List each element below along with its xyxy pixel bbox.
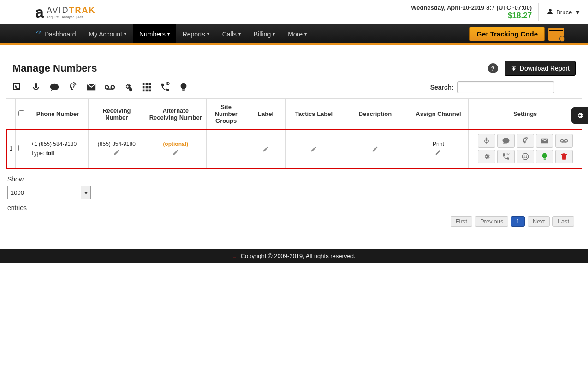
edit-icon[interactable] [372, 146, 378, 152]
search-label: Search: [430, 84, 454, 91]
user-icon [547, 8, 553, 16]
svg-rect-10 [143, 90, 145, 92]
footer-text: Copyright © 2009-2019, All rights reserv… [241, 253, 356, 259]
email-action-button[interactable] [536, 134, 553, 148]
svg-point-3 [129, 88, 132, 91]
edit-icon[interactable] [172, 149, 179, 156]
get-tracking-code-button[interactable]: Get Tracking Code [469, 27, 545, 41]
show-label: Show [7, 175, 582, 183]
assign-channel-value: Print [411, 141, 465, 147]
keypad-icon[interactable] [142, 82, 152, 92]
ear-icon[interactable] [68, 82, 78, 92]
nav-item-calls[interactable]: Calls▾ [216, 24, 247, 43]
svg-text:ID: ID [506, 152, 510, 155]
svg-point-20 [526, 155, 527, 156]
home-window-icon[interactable] [548, 28, 564, 41]
whisper-action-button[interactable] [517, 134, 534, 148]
row-index: 1 [6, 129, 16, 169]
mail-icon[interactable] [86, 82, 96, 92]
dashboard-icon [35, 30, 42, 38]
table-row: 1 +1 (855) 584-9180 Type: toll (855) 854… [6, 129, 582, 169]
edit-icon[interactable] [435, 149, 441, 156]
svg-rect-12 [149, 90, 151, 92]
column-header: Label [246, 99, 285, 129]
manage-numbers-panel: Manage Numbers ? Download Report [6, 54, 582, 169]
delete-action-button[interactable] [555, 150, 573, 163]
page-button-next[interactable]: Next [528, 216, 550, 227]
user-menu[interactable]: Bruce ▼ [538, 3, 581, 21]
nav-item-numbers[interactable]: Numbers▾ [133, 24, 176, 43]
logo[interactable]: a AVIDTRAK Acquire | Analyze | Act [35, 4, 96, 20]
chevron-down-icon: ▾ [238, 31, 241, 36]
voicemail-action-button[interactable] [555, 134, 573, 148]
svg-text:ID: ID [166, 82, 170, 86]
datetime-display: Wednesday, April-10-2019 8:7 (UTC -07:00… [411, 4, 532, 11]
alternate-number-placeholder: (optional) [148, 141, 203, 147]
settings-action-button[interactable] [478, 150, 495, 163]
side-settings-button[interactable] [571, 107, 588, 124]
nav-label: Reports [183, 30, 205, 38]
nav-label: My Account [89, 30, 122, 38]
nav-item-reports[interactable]: Reports▾ [176, 24, 216, 43]
row-checkbox[interactable] [18, 145, 24, 151]
page-button-previous[interactable]: Previous [475, 216, 509, 227]
svg-rect-4 [143, 83, 145, 85]
download-report-label: Download Report [520, 65, 570, 72]
column-header: Settings [469, 99, 582, 129]
logo-tagline: Acquire | Analyze | Act [47, 15, 96, 18]
page-button-last[interactable]: Last [552, 216, 574, 227]
page-size-value[interactable]: 1000 [7, 186, 78, 199]
nav-label: Calls [222, 30, 237, 38]
chevron-down-icon: ▾ [304, 31, 307, 36]
column-header: Phone Number [27, 99, 89, 129]
page-title: Manage Numbers [12, 62, 97, 74]
toolbar: ID [12, 82, 189, 92]
chevron-down-icon: ▾ [273, 31, 275, 36]
search-input[interactable] [457, 81, 554, 93]
column-header: Assign Channel [408, 99, 469, 129]
gears-icon[interactable] [123, 82, 133, 92]
logo-text-accent: TRAK [69, 6, 96, 15]
svg-rect-11 [146, 90, 148, 92]
column-header: Site Number Groups [206, 99, 246, 129]
spam-action-button[interactable] [517, 150, 534, 163]
voicemail-icon[interactable] [105, 82, 115, 92]
nav-item-my-account[interactable]: My Account▾ [83, 24, 133, 43]
nav-label: Numbers [139, 30, 166, 38]
help-icon[interactable]: ? [488, 63, 498, 73]
nav-item-billing[interactable]: Billing▾ [247, 24, 281, 43]
idea-action-button[interactable] [536, 150, 553, 163]
receiving-number: (855) 854-9180 [91, 141, 142, 147]
edit-icon[interactable] [310, 146, 317, 152]
callerid-action-button[interactable]: ID [497, 150, 515, 163]
lightbulb-icon[interactable] [178, 82, 189, 92]
edit-icon[interactable] [113, 149, 120, 156]
record-action-button[interactable] [478, 134, 495, 148]
chat-action-button[interactable] [497, 134, 515, 148]
numbers-table: Phone NumberReceiving NumberAlternate Re… [6, 98, 582, 169]
svg-rect-7 [143, 86, 145, 89]
edit-icon[interactable] [262, 146, 269, 152]
caller-id-icon[interactable]: ID [160, 82, 170, 92]
page-size-dropdown-button[interactable]: ▾ [81, 186, 91, 199]
row-actions: ID [471, 134, 579, 163]
svg-rect-5 [146, 83, 148, 85]
microphone-icon[interactable] [31, 82, 41, 92]
footer: ≡ Copyright © 2009-2019, All rights rese… [0, 249, 588, 263]
download-report-button[interactable]: Download Report [505, 61, 576, 76]
page-button-1[interactable]: 1 [511, 216, 524, 227]
chat-icon[interactable] [49, 82, 59, 92]
svg-point-18 [522, 153, 529, 160]
account-balance: $18.27 [411, 11, 532, 20]
call-settings-icon[interactable] [12, 82, 23, 92]
pagination: FirstPrevious1NextLast [6, 214, 582, 231]
chevron-down-icon: ▾ [207, 31, 209, 36]
nav-item-dashboard[interactable]: Dashboard [29, 24, 83, 43]
page-button-first[interactable]: First [451, 216, 472, 227]
select-all-checkbox[interactable] [18, 110, 24, 116]
type-value: toll [46, 150, 54, 157]
nav-item-more[interactable]: More▾ [281, 24, 313, 43]
svg-point-19 [523, 155, 524, 156]
svg-rect-8 [146, 86, 148, 89]
entries-label: entries [7, 204, 582, 211]
